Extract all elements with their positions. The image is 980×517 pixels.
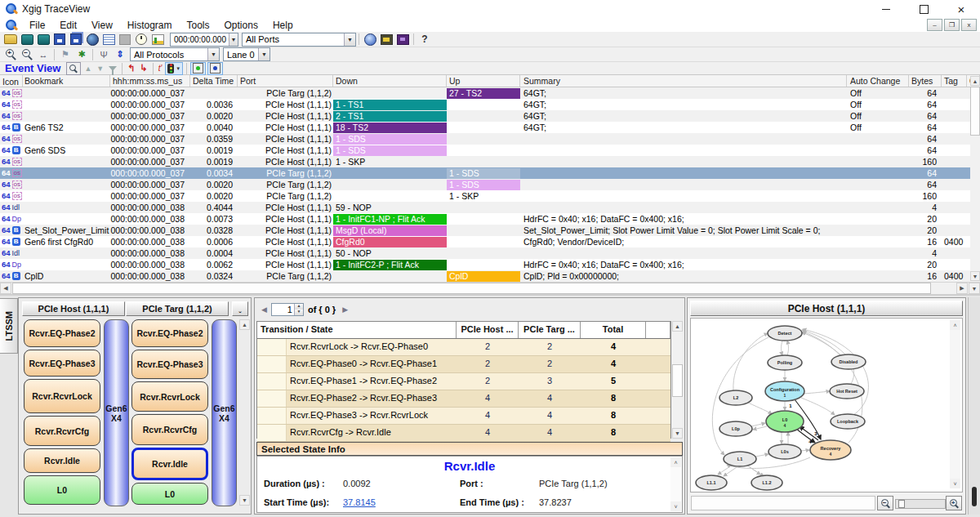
transition-row[interactable]: Rcvr.EQ-Phase3 -> Rcvr.RcvrLock448 bbox=[257, 408, 670, 425]
diagram-zoom-in-button[interactable]: + bbox=[946, 496, 962, 510]
search-tool-icon[interactable]: Ψ bbox=[96, 48, 111, 60]
jump-back-icon[interactable]: ↰ bbox=[126, 63, 136, 74]
maximize-button[interactable] bbox=[905, 0, 942, 18]
menu-tools[interactable]: Tools bbox=[180, 18, 217, 32]
expand-collapse-icon[interactable]: ⇕ bbox=[113, 48, 127, 60]
traffic-light-icon[interactable]: ▼ bbox=[165, 62, 183, 75]
menu-view[interactable]: View bbox=[84, 18, 120, 32]
ltssm-vscrollbar[interactable]: ▲ ▼ bbox=[239, 319, 250, 506]
diagram-vscrollbar[interactable]: ˄ ˅ bbox=[950, 320, 960, 488]
open-trace-icon[interactable] bbox=[20, 33, 34, 46]
mdi-restore-button[interactable]: ❒ bbox=[944, 19, 960, 31]
event-row[interactable]: 64Idl000:00:00.000_0380.4044PCIe Host (1… bbox=[0, 202, 980, 213]
event-row[interactable]: 64BCplD000:00:00.000_0380.0324PCIe Targ … bbox=[0, 270, 980, 282]
transition-row[interactable]: Rcvr.RcvrCfg -> Rcvr.Idle448 bbox=[257, 425, 670, 442]
menu-file[interactable]: File bbox=[22, 18, 52, 32]
menu-edit[interactable]: Edit bbox=[52, 18, 84, 32]
diagram-node-l0s[interactable]: L0s bbox=[768, 444, 801, 459]
transition-vscrollbar[interactable]: ▲ ▼ bbox=[672, 321, 683, 439]
grid-view-icon[interactable] bbox=[101, 33, 116, 46]
capture-view-icon[interactable] bbox=[85, 33, 100, 46]
event-row[interactable]: 64os000:00:00.000_0370.0034PCIe Targ (1,… bbox=[0, 167, 980, 179]
snap-icon[interactable]: ✱ bbox=[74, 48, 89, 60]
report-icon[interactable] bbox=[150, 33, 165, 46]
marker-green-icon[interactable] bbox=[190, 62, 206, 75]
goto-event-icon[interactable] bbox=[66, 62, 81, 75]
column-header-icon[interactable]: Icon bbox=[0, 75, 23, 87]
time-info-icon[interactable] bbox=[363, 33, 377, 46]
edge-scroll-thumb[interactable] bbox=[972, 487, 977, 506]
fit-width-icon[interactable]: ↔ bbox=[36, 48, 51, 60]
zoom-out-icon[interactable]: − bbox=[20, 48, 34, 60]
ltssm-state-rcvr-rcvrcfg[interactable]: Rcvr.RcvrCfg bbox=[131, 414, 208, 445]
event-table-hscrollbar[interactable]: ◀ ▶ ▼ bbox=[0, 282, 980, 295]
diagram-node-loopback[interactable]: Loopback bbox=[831, 414, 865, 429]
column-header-down[interactable]: Down bbox=[333, 75, 447, 87]
event-row[interactable]: 64os000:00:00.000_037PCIe Targ (1,1,2)27… bbox=[0, 87, 980, 99]
diagram-node-l1-1[interactable]: L1.1 bbox=[696, 475, 727, 490]
menu-help[interactable]: Help bbox=[265, 18, 301, 32]
open-capture-icon[interactable] bbox=[36, 33, 51, 46]
column-header-summary[interactable]: Summary bbox=[520, 75, 847, 87]
minimize-button[interactable] bbox=[867, 0, 905, 18]
diagram-header[interactable]: PCIe Host (1,1,1) bbox=[690, 301, 963, 316]
ltssm-state-l0[interactable]: L0 bbox=[131, 483, 208, 505]
diagram-node-l0p[interactable]: L0p bbox=[719, 421, 752, 436]
menu-histogram[interactable]: Histogram bbox=[120, 18, 180, 32]
prev-event-icon[interactable]: ▲ bbox=[82, 63, 93, 74]
event-row[interactable]: 64BGen6 first CfgRd0000:00:00.000_0380.0… bbox=[0, 236, 980, 247]
start-time-link[interactable]: 37.8145 bbox=[343, 497, 376, 507]
transition-column-1[interactable]: PCIe Host ... bbox=[457, 322, 519, 338]
ltssm-state-rcvr-eq-phase2[interactable]: Rcvr.EQ-Phase2 bbox=[24, 319, 100, 347]
ltssm-state-rcvr-rcvrlock[interactable]: Rcvr.RcvrLock bbox=[131, 381, 208, 412]
ltssm-state-rcvr-eq-phase2[interactable]: Rcvr.EQ-Phase2 bbox=[131, 319, 208, 347]
open-file-icon[interactable] bbox=[3, 33, 18, 46]
ltssm-state-rcvr-rcvrlock[interactable]: Rcvr.RcvrLock bbox=[24, 379, 100, 413]
transition-row[interactable]: Rcvr.EQ-Phase2 -> Rcvr.EQ-Phase3448 bbox=[257, 390, 670, 408]
page-prev-icon[interactable]: ◀ bbox=[261, 305, 267, 314]
column-header-up[interactable]: Up bbox=[447, 75, 520, 87]
transition-row[interactable]: Rcvr.EQ-Phase0 -> Rcvr.EQ-Phase1224 bbox=[257, 356, 670, 373]
event-row[interactable]: 64os000:00:00.000_0370.0020PCIe Targ (1,… bbox=[0, 190, 980, 202]
filter-settings-icon[interactable] bbox=[379, 33, 394, 46]
help-icon[interactable]: ? bbox=[417, 33, 432, 46]
transition-row[interactable]: Rcvr.RcvrLock -> Rcvr.EQ-Phase0224 bbox=[257, 339, 670, 356]
transition-column-3[interactable]: Total bbox=[581, 322, 646, 338]
save-all-icon[interactable] bbox=[69, 33, 83, 46]
page-number-spinner[interactable]: 1 ▲▼ bbox=[271, 303, 304, 316]
event-row[interactable]: 64BSet_Slot_Power_Limit000:00:00.000_038… bbox=[0, 225, 980, 236]
marker-blue-icon[interactable] bbox=[207, 62, 223, 75]
ltssm-state-rcvr-rcvrcfg[interactable]: Rcvr.RcvrCfg bbox=[24, 416, 100, 446]
page-next-icon[interactable]: ▶ bbox=[342, 305, 348, 314]
diagram-node-l2[interactable]: L2 bbox=[719, 390, 752, 405]
timer-icon[interactable] bbox=[134, 33, 149, 46]
transition-column-0[interactable]: Transition / State bbox=[257, 322, 457, 338]
ltssm-state-l0[interactable]: L0 bbox=[24, 475, 100, 505]
time-jump-combobox[interactable]: 000:00:00.000 037▼ bbox=[170, 33, 238, 47]
diagram-node-l0[interactable]: L04 bbox=[766, 411, 804, 432]
diagram-zoom-out-button[interactable]: − bbox=[877, 496, 893, 510]
close-button[interactable]: × bbox=[942, 0, 980, 18]
ltssm-targ-header[interactable]: PCIe Targ (1,1,2) bbox=[126, 301, 229, 316]
event-row[interactable]: 64Dp000:00:00.000_0380.0062PCIe Host (1,… bbox=[0, 259, 980, 270]
ltssm-state-rcvr-idle[interactable]: Rcvr.Idle bbox=[131, 448, 208, 480]
column-header-auto-change[interactable]: Auto Change bbox=[847, 75, 909, 87]
ltssm-host-header[interactable]: PCIe Host (1,1,1) bbox=[22, 301, 125, 316]
ports-combobox[interactable]: All Ports▼ bbox=[242, 33, 356, 47]
event-row[interactable]: 64BGen6 SDS000:00:00.000_0370.0019PCIe H… bbox=[0, 145, 980, 156]
jump-forward-icon[interactable]: ↳ bbox=[138, 63, 149, 74]
ltssm-state-rcvr-eq-phase3[interactable]: Rcvr.EQ-Phase3 bbox=[24, 350, 100, 377]
ltssm-state-rcvr-idle[interactable]: Rcvr.Idle bbox=[24, 448, 100, 473]
transition-column-2[interactable]: PCIe Targ ... bbox=[519, 322, 581, 338]
filter-icon[interactable] bbox=[107, 63, 118, 74]
event-row[interactable]: 64os000:00:00.000_0370.0020PCIe Targ (1,… bbox=[0, 179, 980, 190]
diagram-node-detect[interactable]: Detect bbox=[768, 326, 802, 341]
event-table-vscrollbar[interactable]: ▲ ▼ bbox=[970, 76, 980, 281]
diagram-node-l1-2[interactable]: L1.2 bbox=[751, 475, 782, 490]
column-header-bytes[interactable]: Bytes bbox=[909, 75, 942, 87]
tag-icon[interactable]: ⚑ bbox=[58, 48, 73, 60]
diagram-canvas[interactable]: DetectPollingDisabledConfiguration1Hot R… bbox=[690, 318, 963, 492]
column-header-hhh-mm-ss-ms-us[interactable]: hhh:mm:ss.ms_us bbox=[110, 75, 190, 87]
column-header-bookmark[interactable]: Bookmark bbox=[23, 75, 110, 87]
mdi-close-button[interactable]: x bbox=[961, 19, 977, 31]
